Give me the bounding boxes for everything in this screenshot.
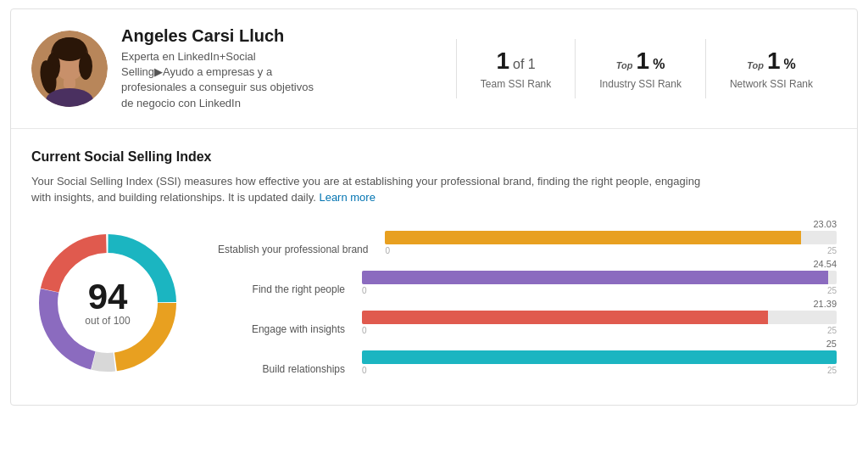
bar-track-brand bbox=[385, 231, 837, 244]
bar-label-brand: Establish your professional brand bbox=[218, 244, 376, 255]
avatar bbox=[31, 31, 108, 107]
industry-top-label: Top bbox=[616, 60, 633, 70]
bar-label-insights: Engage with insights bbox=[252, 323, 353, 335]
bar-scale-min-brand: 0 bbox=[385, 246, 390, 255]
bar-fill-brand bbox=[385, 231, 801, 244]
bars-container: Establish your professional brand 23.03 … bbox=[218, 231, 837, 375]
bar-item-relationships: Build relationships 25 0 25 bbox=[218, 350, 837, 375]
donut-chart: 94 out of 100 bbox=[31, 227, 184, 379]
team-ssi-number: 1 bbox=[496, 48, 509, 75]
network-ssi-number: 1 bbox=[767, 48, 781, 75]
bar-value-people: 24.54 bbox=[813, 259, 837, 269]
donut-center: 94 out of 100 bbox=[85, 279, 130, 327]
learn-more-link[interactable]: Learn more bbox=[319, 191, 375, 204]
bar-scale-max-insights: 25 bbox=[827, 326, 837, 335]
bar-scale-min-people: 0 bbox=[362, 286, 367, 295]
network-ssi-label: Network SSI Rank bbox=[730, 78, 813, 90]
bar-track-insights bbox=[362, 311, 837, 324]
ssi-body: Current Social Selling Index Your Social… bbox=[11, 129, 857, 405]
bar-scale-max-people: 25 bbox=[827, 286, 837, 295]
bar-value-brand: 23.03 bbox=[813, 219, 837, 229]
profile-header: Angeles Carsi Lluch Experta en LinkedIn+… bbox=[11, 9, 857, 129]
ssi-content: 94 out of 100 Establish your professiona… bbox=[31, 227, 837, 379]
donut-out-of: out of 100 bbox=[85, 315, 130, 327]
bar-fill-insights bbox=[362, 311, 768, 324]
bar-value-insights: 21.39 bbox=[813, 299, 837, 309]
main-card: Angeles Carsi Lluch Experta en LinkedIn+… bbox=[10, 8, 858, 406]
svg-rect-8 bbox=[64, 78, 75, 88]
bar-label-relationships: Build relationships bbox=[263, 363, 353, 375]
team-ssi-stat: 1 of 1 Team SSI Rank bbox=[457, 39, 576, 98]
industry-ssi-stat: Top 1 % Industry SSI Rank bbox=[576, 39, 706, 98]
bar-scale-min-insights: 0 bbox=[362, 326, 367, 335]
industry-ssi-top-row: Top 1 % bbox=[616, 48, 665, 75]
bar-item-insights: Engage with insights 21.39 0 25 bbox=[218, 311, 837, 335]
profile-info: Angeles Carsi Lluch Experta en LinkedIn+… bbox=[121, 26, 456, 111]
industry-ssi-label: Industry SSI Rank bbox=[599, 78, 682, 90]
industry-ssi-percent: % bbox=[653, 57, 665, 72]
svg-point-5 bbox=[53, 37, 86, 61]
bar-track-people bbox=[362, 271, 837, 284]
network-top-label: Top bbox=[747, 60, 764, 70]
stats-section: 1 of 1 Team SSI Rank Top 1 % Industry SS… bbox=[456, 39, 837, 98]
bar-scale-min-relationships: 0 bbox=[362, 366, 367, 375]
network-ssi-percent: % bbox=[784, 57, 796, 72]
donut-score: 94 bbox=[85, 279, 130, 315]
bar-track-relationships bbox=[362, 350, 837, 364]
bar-value-relationships: 25 bbox=[826, 339, 837, 349]
bar-fill-relationships bbox=[362, 350, 837, 364]
bar-label-people: Find the right people bbox=[253, 283, 353, 295]
bar-item-brand: Establish your professional brand 23.03 … bbox=[218, 231, 837, 255]
team-ssi-top-row: 1 of 1 bbox=[496, 48, 535, 75]
network-ssi-top-row: Top 1 % bbox=[747, 48, 796, 75]
network-ssi-stat: Top 1 % Network SSI Rank bbox=[706, 39, 837, 98]
team-ssi-of: of 1 bbox=[513, 57, 536, 72]
profile-name: Angeles Carsi Lluch bbox=[121, 26, 439, 46]
industry-ssi-number: 1 bbox=[637, 48, 650, 75]
bar-scale-max-relationships: 25 bbox=[827, 366, 837, 375]
team-ssi-label: Team SSI Rank bbox=[481, 78, 551, 90]
ssi-description: Your Social Selling Index (SSI) measures… bbox=[31, 173, 709, 206]
bar-fill-people bbox=[362, 271, 828, 284]
avatar-section bbox=[31, 31, 108, 107]
ssi-title: Current Social Selling Index bbox=[31, 149, 837, 165]
bar-item-people: Find the right people 24.54 0 25 bbox=[218, 271, 837, 295]
profile-bio: Experta en LinkedIn+Social Selling▶Ayudo… bbox=[121, 49, 439, 111]
bar-scale-max-brand: 25 bbox=[827, 246, 837, 255]
